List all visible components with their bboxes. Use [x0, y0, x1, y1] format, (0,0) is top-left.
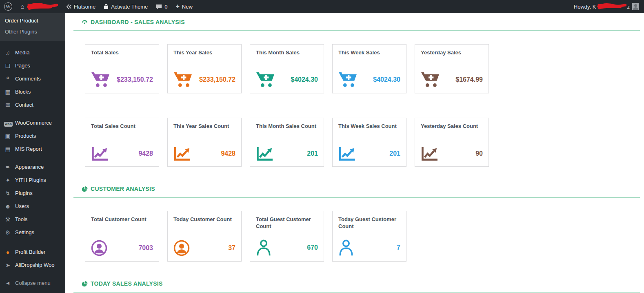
stat-card-value: 9428 — [221, 150, 235, 157]
stat-card-label: Today Guest Customer Count — [338, 216, 400, 230]
admin-sidebar: Order ProductOther Plugins♫Media❏Pages❝C… — [0, 13, 65, 293]
sidebar-item-label: Media — [15, 49, 29, 56]
person-outline-icon — [338, 239, 354, 256]
plugins-icon: ↯ — [4, 190, 11, 197]
avatar[interactable] — [632, 3, 639, 10]
stat-card-body: 201 — [338, 146, 400, 161]
sidebar-item-label: Profit Builder — [15, 248, 45, 256]
stat-card-body: $1674.99 — [421, 72, 483, 88]
sidebar-item-label: Tools — [15, 216, 27, 223]
card-row: Total Customer Count7003Today Customer C… — [82, 211, 640, 262]
stat-card-label: Total Sales — [91, 49, 153, 56]
person-outline-icon — [256, 239, 271, 256]
stat-card-label: Total Sales Count — [91, 123, 153, 130]
stat-card-this-week-sales: This Week Sales$4024.30 — [332, 44, 406, 93]
sidebar-item-settings[interactable]: ⚙Settings — [0, 226, 65, 239]
sidebar-item-woocommerce[interactable]: wooWooCommerce — [0, 116, 65, 130]
stat-card-today-guest-customer-count: Today Guest Customer Count7 — [332, 211, 406, 262]
woocommerce-icon: woo — [4, 119, 11, 127]
sidebar-item-label: Users — [15, 203, 29, 210]
person-circle-icon — [173, 240, 190, 256]
stat-card-label: This Week Sales Count — [338, 123, 400, 130]
site-link[interactable]: ⌂ — [16, 0, 62, 13]
sidebar-item-mis-report[interactable]: ▤MIS Report — [0, 143, 65, 156]
stat-card-value: $233,150.72 — [199, 76, 235, 83]
stat-card-this-week-sales-count: This Week Sales Count201 — [332, 118, 406, 167]
stat-card-body: $4024.30 — [338, 72, 400, 88]
sidebar-item-comments[interactable]: ❝Comments — [0, 72, 65, 85]
section-title: CUSTOMER ANALYSIS — [82, 186, 640, 192]
section-title: DASHBOARD - SALES ANALYSIS — [82, 19, 640, 25]
sidebar-item-other-plugins[interactable]: Other Plugins — [0, 26, 65, 37]
card-row: Total Sales$233,150.72This Year Sales$23… — [82, 44, 640, 93]
flatsome-logo-icon — [66, 4, 71, 9]
activate-theme[interactable]: Activate Theme — [100, 0, 152, 13]
comments-count: 0 — [164, 4, 167, 10]
username-redaction — [597, 2, 626, 11]
stat-card-total-sales: Total Sales$233,150.72 — [85, 44, 159, 93]
stat-card-this-year-sales: This Year Sales$233,150.72 — [167, 44, 242, 93]
sidebar-item-blocks[interactable]: ▦Blocks — [0, 85, 65, 98]
stat-card-value: 90 — [475, 150, 483, 157]
sidebar-item-contact[interactable]: ✉Contact — [0, 98, 65, 112]
section-title: TODAY SALES ANALYSIS — [82, 280, 640, 287]
stat-card-body: 9428 — [173, 146, 235, 161]
stat-card-label: Yesterday Sales Count — [421, 123, 483, 130]
sidebar-item-pages[interactable]: ❏Pages — [0, 59, 65, 72]
section-today-sales-analysis: TODAY SALES ANALYSIS — [82, 280, 640, 293]
stat-card-value: 7003 — [138, 244, 153, 252]
sidebar-item-label: Settings — [15, 229, 34, 236]
comments-counter[interactable]: 0 — [152, 0, 171, 13]
sidebar-item-yith-plugins[interactable]: ✦YITH Plugins — [0, 174, 65, 187]
sidebar-group: ✒Appearance✦YITH Plugins↯Plugins☻Users⚒T… — [0, 161, 65, 239]
flatsome-menu[interactable]: Flatsome — [62, 0, 100, 13]
account-menu[interactable]: Howdy, K z — [574, 2, 644, 11]
sidebar-item-users[interactable]: ☻Users — [0, 200, 65, 213]
collapse-icon: ◀ — [4, 280, 11, 287]
stat-card-this-year-sales-count: This Year Sales Count9428 — [167, 118, 242, 167]
stat-card-label: This Year Sales — [173, 49, 235, 56]
stat-card-value: $233,150.72 — [117, 76, 153, 83]
stat-card-body: 9428 — [91, 146, 153, 161]
howdy-text-prefix: Howdy, K — [574, 4, 596, 10]
sidebar-item-label: Pages — [15, 62, 30, 69]
new-content-menu[interactable]: + New — [171, 0, 196, 13]
section-divider — [73, 292, 640, 293]
sidebar-item-profit-builder[interactable]: ●Profit Builder — [0, 246, 65, 259]
chart-line-icon — [173, 146, 191, 161]
sidebar-item-appearance[interactable]: ✒Appearance — [0, 161, 65, 174]
users-icon: ☻ — [4, 203, 11, 210]
stat-card-body: 201 — [256, 146, 318, 161]
stat-card-label: Today Customer Count — [173, 216, 235, 223]
sidebar-group: ●Profit Builder➤AliDropship Woo — [0, 246, 65, 272]
dashboard-icon — [82, 19, 88, 25]
sidebar-item-label: MIS Report — [15, 145, 42, 153]
sidebar-group: ♫Media❏Pages❝Comments▦Blocks✉Contact — [0, 46, 65, 112]
sidebar-item-products[interactable]: ▣Products — [0, 130, 65, 143]
stat-card-label: This Week Sales — [338, 49, 400, 56]
cart-plus-icon — [173, 72, 192, 88]
sidebar-item-alidropship-woo[interactable]: ➤AliDropship Woo — [0, 259, 65, 272]
sidebar-item-plugins[interactable]: ↯Plugins — [0, 187, 65, 200]
stat-card-value: 201 — [307, 150, 318, 157]
profit-builder-icon: ● — [4, 248, 11, 256]
sidebar-item-label: Comments — [15, 75, 41, 83]
sidebar-item-media[interactable]: ♫Media — [0, 46, 65, 59]
card-row: Total Sales Count9428This Year Sales Cou… — [82, 118, 640, 167]
products-icon: ▣ — [4, 132, 11, 140]
stat-card-body: $233,150.72 — [173, 72, 235, 88]
chart-line-icon — [338, 146, 355, 161]
alidropship-icon: ➤ — [4, 262, 11, 269]
stat-card-body: 7003 — [91, 240, 153, 256]
sidebar-item-tools[interactable]: ⚒Tools — [0, 213, 65, 226]
wordpress-menu[interactable]: W — [0, 0, 16, 13]
sidebar-item-label: Contact — [15, 101, 33, 109]
avatar-body — [633, 7, 638, 10]
cart-plus-icon — [91, 72, 110, 88]
comment-bubble-icon — [156, 4, 162, 9]
sidebar-collapse-menu[interactable]: ◀Collapse menu — [0, 277, 65, 290]
section-divider — [73, 30, 640, 31]
blocks-icon: ▦ — [4, 88, 11, 96]
sidebar-item-order-product[interactable]: Order Product — [0, 15, 65, 26]
section-divider — [73, 197, 640, 198]
